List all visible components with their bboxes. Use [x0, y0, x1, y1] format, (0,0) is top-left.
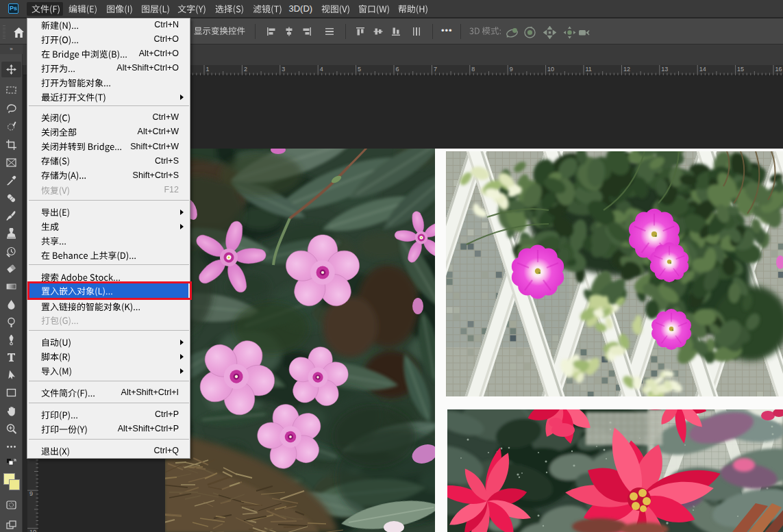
svg-text:6: 6	[396, 66, 399, 73]
svg-text:9: 9	[29, 490, 33, 497]
svg-text:3: 3	[282, 66, 285, 73]
svg-text:9: 9	[510, 66, 513, 73]
svg-text:1: 1	[206, 66, 210, 73]
svg-text:14: 14	[699, 66, 706, 73]
svg-text:4: 4	[320, 66, 323, 73]
svg-text:11: 11	[586, 66, 592, 73]
svg-text:10: 10	[29, 529, 36, 532]
svg-text:13: 13	[661, 66, 668, 73]
svg-text:8: 8	[471, 66, 475, 73]
svg-text:2: 2	[244, 66, 247, 73]
svg-text:10: 10	[547, 66, 554, 73]
svg-text:15: 15	[737, 66, 744, 73]
svg-text:12: 12	[623, 66, 630, 73]
svg-text:7: 7	[434, 66, 437, 73]
svg-text:5: 5	[358, 66, 361, 73]
svg-text:16: 16	[775, 66, 782, 73]
